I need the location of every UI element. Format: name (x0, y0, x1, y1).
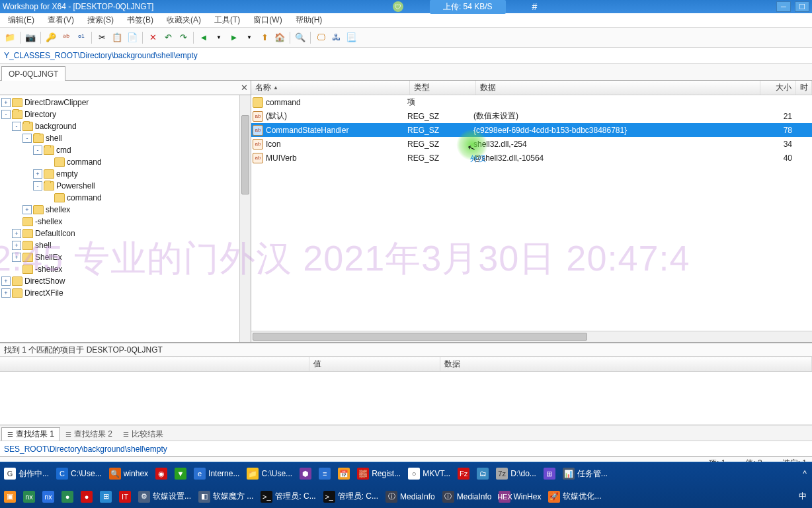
taskbar-item[interactable]: ● (59, 487, 77, 507)
list-row[interactable]: abMUIVerbREG_SZ@shell32.dll,-1056440 (251, 151, 812, 165)
search-results[interactable]: ⏸ ⏰🛈 00:02:45 🔊 🌐📹 (0, 372, 812, 425)
taskbar-item[interactable]: ⓘMediaInfo (383, 487, 439, 507)
tab-hostname[interactable]: OP-0QLJNGT (1, 66, 65, 81)
tree-item[interactable]: -shellex (0, 263, 239, 275)
search-header[interactable]: 值 数据 (0, 357, 812, 372)
menu-item[interactable]: 收藏夹(A) (160, 13, 208, 27)
list-header[interactable]: 名称▲ 类型 数据 大小 时 (251, 81, 812, 95)
shield-icon[interactable]: 🛡 (393, 1, 403, 12)
expand-icon[interactable]: + (1, 288, 11, 298)
taskbar-item[interactable]: ○MKVT... (405, 464, 454, 484)
col-time[interactable]: 时 (796, 81, 812, 95)
tree-item[interactable]: +empty (0, 168, 239, 180)
maximize-button[interactable]: ☐ (795, 1, 809, 12)
copy-icon[interactable]: 📋 (110, 30, 124, 45)
taskbar-item[interactable]: 🗂 (474, 464, 493, 484)
taskbar-item[interactable]: HEXWinHex (496, 487, 545, 507)
search-tab[interactable]: ☰查找结果 1 (1, 427, 60, 441)
search-tab[interactable]: ☰比较结果 (118, 427, 169, 441)
taskbar-item[interactable]: 📅 (335, 464, 354, 484)
tree-scrollbar[interactable] (239, 95, 251, 342)
menu-item[interactable]: 查看(V) (41, 13, 81, 27)
taskbar-item[interactable]: ⓘMediaInfo (440, 487, 496, 507)
menu-item[interactable]: 帮助(H) (289, 13, 329, 27)
home-icon[interactable]: 🏠 (272, 30, 287, 45)
tree-item[interactable]: +shell (0, 239, 239, 251)
taskbar-item[interactable]: 🚀软媒优化... (546, 487, 605, 507)
monitor-icon[interactable]: 🖵 (313, 30, 328, 45)
col-size[interactable]: 大小 (760, 81, 796, 95)
minimize-button[interactable]: ─ (776, 1, 791, 12)
expand-icon[interactable]: + (1, 276, 11, 286)
taskbar-item[interactable]: 🔍winhex (106, 464, 152, 484)
taskbar-item[interactable]: ⊞ (97, 487, 116, 507)
taskbar-item[interactable]: ⬢ (297, 464, 315, 484)
taskbar-item[interactable]: ≡ (316, 464, 335, 484)
expand-icon[interactable]: + (12, 229, 21, 238)
forward-icon[interactable]: ► (227, 30, 241, 45)
address-bar[interactable]: Y_CLASSES_ROOT\Directory\background\shel… (0, 48, 812, 64)
back-icon[interactable]: ◄ (196, 30, 211, 45)
string-icon[interactable]: ᵃᵇ (59, 30, 73, 45)
taskbar-item[interactable]: ● (78, 487, 97, 507)
menu-item[interactable]: 窗口(W) (247, 13, 288, 27)
taskbar-item[interactable]: nx (40, 487, 58, 507)
tree-item[interactable]: command (0, 156, 239, 168)
taskbar-item[interactable]: ▣ (1, 487, 20, 507)
tree-item[interactable]: -shellex (0, 216, 239, 228)
col-type[interactable]: 类型 (410, 81, 476, 95)
taskbar-item[interactable]: nx (20, 487, 39, 507)
expand-icon[interactable]: + (33, 169, 42, 179)
tree-item[interactable]: +DirectDrawClipper (0, 97, 239, 108)
key-icon[interactable]: 🔑 (44, 30, 58, 45)
taskbar-item[interactable]: ⊞ (541, 464, 559, 484)
tree-item[interactable]: +DirectXFile (0, 287, 239, 299)
redo-icon[interactable]: ↷ (176, 30, 190, 45)
undo-icon[interactable]: ↶ (161, 30, 175, 45)
tree-item[interactable]: -Directory (0, 108, 239, 120)
paste-icon[interactable]: 📄 (125, 30, 140, 45)
col-data[interactable]: 数据 (476, 81, 760, 95)
col-name[interactable]: 名称▲ (251, 81, 410, 95)
delete-icon[interactable]: ✕ (145, 30, 160, 45)
taskbar-item[interactable]: 📁C:\Use... (244, 464, 296, 484)
taskbar-item[interactable]: 📊任务管... (560, 464, 612, 484)
fwd-dd-icon[interactable]: ▼ (242, 30, 257, 45)
collapse-icon[interactable]: - (33, 146, 42, 155)
col-search-data[interactable]: 数据 (440, 357, 812, 371)
tree-item[interactable]: -cmd (0, 144, 239, 156)
collapse-icon[interactable]: - (1, 110, 11, 119)
menu-item[interactable]: 编辑(E) (1, 13, 41, 27)
search-tab[interactable]: ☰查找结果 2 (60, 427, 118, 441)
menu-item[interactable]: 搜索(S) (81, 13, 120, 27)
collapse-icon[interactable]: - (12, 122, 21, 131)
expand-icon[interactable]: + (1, 98, 11, 107)
taskbar-item[interactable]: CC:\Use... (54, 464, 106, 484)
menu-item[interactable]: 书签(B) (120, 13, 160, 27)
tree-item[interactable]: -Powershell (0, 180, 239, 192)
menu-item[interactable]: 工具(T) (208, 13, 247, 27)
back-dd-icon[interactable]: ▼ (212, 30, 226, 45)
close-icon[interactable]: ✕ (241, 83, 248, 93)
list-row[interactable]: abCommandStateHandlerREG_SZ{c9298eef-69d… (251, 123, 812, 137)
expand-icon[interactable]: + (12, 253, 21, 262)
remote-icon[interactable]: 🖧 (329, 30, 343, 45)
list-row[interactable]: ab(默认)REG_SZ(数值未设置)21 (251, 109, 812, 123)
search-icon[interactable]: 🔍 (293, 30, 307, 45)
registry-tree[interactable]: +DirectDrawClipper-Directory-background-… (0, 95, 239, 342)
tree-item[interactable]: -shell (0, 132, 239, 144)
chevron-up-icon[interactable]: ^ (803, 469, 807, 478)
taskbar-item[interactable]: ◧软媒魔方 ... (196, 487, 257, 507)
taskbar-item[interactable]: IT (116, 487, 135, 507)
tree-item[interactable]: command (0, 192, 239, 204)
camera-icon[interactable]: 📷 (23, 30, 38, 45)
tree-item[interactable]: -background (0, 120, 239, 132)
view-icon[interactable]: 📃 (344, 30, 358, 45)
taskbar-item[interactable]: 7zD:\do... (493, 464, 540, 484)
expand-icon[interactable]: + (12, 241, 21, 250)
system-tray[interactable]: ^ (803, 469, 812, 478)
taskbar-item[interactable]: 🧱Regist... (354, 464, 405, 484)
hash-icon[interactable]: # (532, 1, 538, 12)
list-h-scrollbar[interactable] (251, 331, 812, 342)
tree-item[interactable]: +shellex (0, 204, 239, 216)
